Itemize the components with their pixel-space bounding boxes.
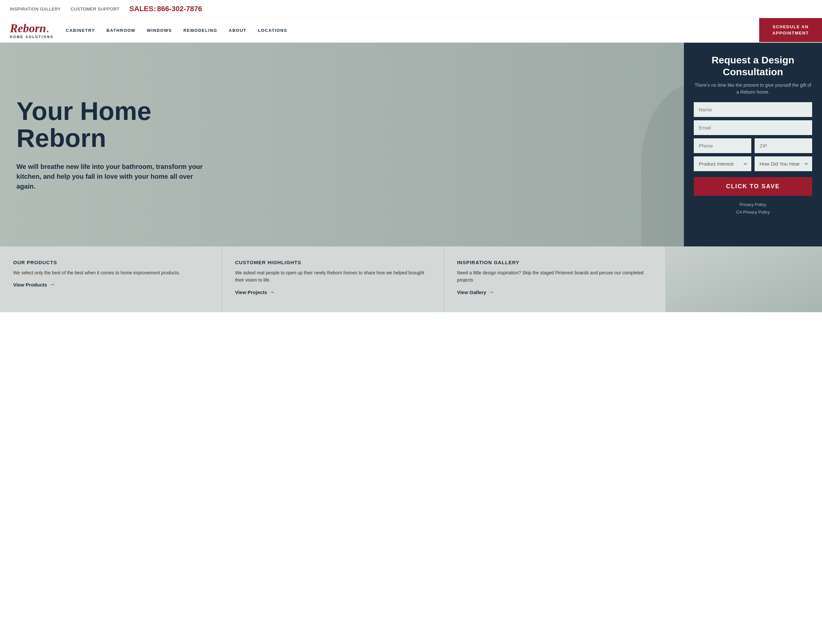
logo-dot: . xyxy=(46,21,49,35)
phone-zip-row xyxy=(694,138,812,156)
inspiration-gallery-col: INSPIRATION GALLERY Need a little design… xyxy=(444,247,666,312)
nav-locations[interactable]: LOCATIONS xyxy=(258,28,287,33)
view-products-link[interactable]: View Products → xyxy=(13,281,55,288)
hero-section: Your Home Reborn We will breathe new lif… xyxy=(0,43,822,247)
nav-windows[interactable]: WINDOWS xyxy=(147,28,172,33)
hero-subtitle: We will breathe new life into your bathr… xyxy=(17,162,207,191)
zip-input[interactable] xyxy=(754,138,812,153)
nav-cabinetry[interactable]: CABINETRY xyxy=(66,28,95,33)
consultation-form-panel: Request a Design Consultation There's no… xyxy=(684,43,822,247)
inspiration-gallery-link[interactable]: INSPIRATION GALLERY xyxy=(10,6,61,11)
logo-text: Reborn xyxy=(10,22,46,35)
view-projects-arrow: → xyxy=(269,289,275,296)
top-bar: INSPIRATION GALLERY CUSTOMER SUPPORT SAL… xyxy=(0,0,822,18)
view-projects-link[interactable]: View Projects → xyxy=(235,289,275,296)
privacy-policy-link[interactable]: Privacy Policy xyxy=(736,201,770,208)
main-header: Reborn. HOME SOLUTIONS CABINETRY BATHROO… xyxy=(0,18,822,43)
how-heard-select[interactable]: How Did You Hear Internet TV Friend/Fami… xyxy=(754,156,812,171)
dropdowns-row: Product Interest Cabinetry Bathroom Wind… xyxy=(694,156,812,175)
logo[interactable]: Reborn. xyxy=(10,21,54,35)
privacy-links: Privacy Policy CA Privacy Policy xyxy=(736,201,770,216)
sales-phone: SALES: 866-302-7876 xyxy=(129,5,202,13)
nav-bathroom[interactable]: BATHROOM xyxy=(106,28,135,33)
logo-area: Reborn. HOME SOLUTIONS xyxy=(0,18,66,42)
name-input[interactable] xyxy=(694,102,812,117)
main-nav: CABINETRY BATHROOM WINDOWS REMODELING AB… xyxy=(66,18,759,42)
customer-highlights-text: We asked real people to open up their ne… xyxy=(235,269,430,284)
our-products-title: OUR PRODUCTS xyxy=(13,259,209,265)
inspiration-gallery-text: Need a little design inspiration? Skip t… xyxy=(457,269,652,284)
nav-about[interactable]: ABOUT xyxy=(229,28,247,33)
form-title: Request a Design Consultation xyxy=(694,54,812,78)
email-input[interactable] xyxy=(694,120,812,135)
schedule-btn-text: SCHEDULE AN APPOINTMENT xyxy=(772,24,809,36)
ca-privacy-policy-link[interactable]: CA Privacy Policy xyxy=(736,208,770,216)
click-to-save-button[interactable]: CLICK TO SAVE xyxy=(694,177,812,196)
our-products-text: We select only the best of the best when… xyxy=(13,269,209,276)
our-products-col: OUR PRODUCTS We select only the best of … xyxy=(0,247,222,312)
phone-number[interactable]: 866-302-7876 xyxy=(157,5,202,13)
hero-content: Your Home Reborn We will breathe new lif… xyxy=(0,78,452,211)
customer-highlights-title: CUSTOMER HIGHLIGHTS xyxy=(235,259,430,265)
form-subtitle: There's no time like the present to give… xyxy=(694,82,812,96)
logo-sub: HOME SOLUTIONS xyxy=(10,35,54,39)
customer-support-link[interactable]: CUSTOMER SUPPORT xyxy=(71,6,119,11)
product-interest-select[interactable]: Product Interest Cabinetry Bathroom Wind… xyxy=(694,156,751,171)
bottom-right-image xyxy=(666,247,822,312)
view-products-arrow: → xyxy=(49,281,55,288)
bottom-section: OUR PRODUCTS We select only the best of … xyxy=(0,247,822,312)
view-gallery-arrow: → xyxy=(488,289,494,296)
view-gallery-link[interactable]: View Gallery → xyxy=(457,289,494,296)
top-bar-links: INSPIRATION GALLERY CUSTOMER SUPPORT SAL… xyxy=(10,5,202,13)
nav-links: CABINETRY BATHROOM WINDOWS REMODELING AB… xyxy=(66,27,287,33)
schedule-appointment-button[interactable]: SCHEDULE AN APPOINTMENT xyxy=(759,18,822,42)
phone-input[interactable] xyxy=(694,138,751,153)
customer-highlights-col: CUSTOMER HIGHLIGHTS We asked real people… xyxy=(222,247,444,312)
nav-remodeling[interactable]: REMODELING xyxy=(183,28,217,33)
hero-title: Your Home Reborn xyxy=(17,98,436,152)
inspiration-gallery-title: INSPIRATION GALLERY xyxy=(457,259,652,265)
